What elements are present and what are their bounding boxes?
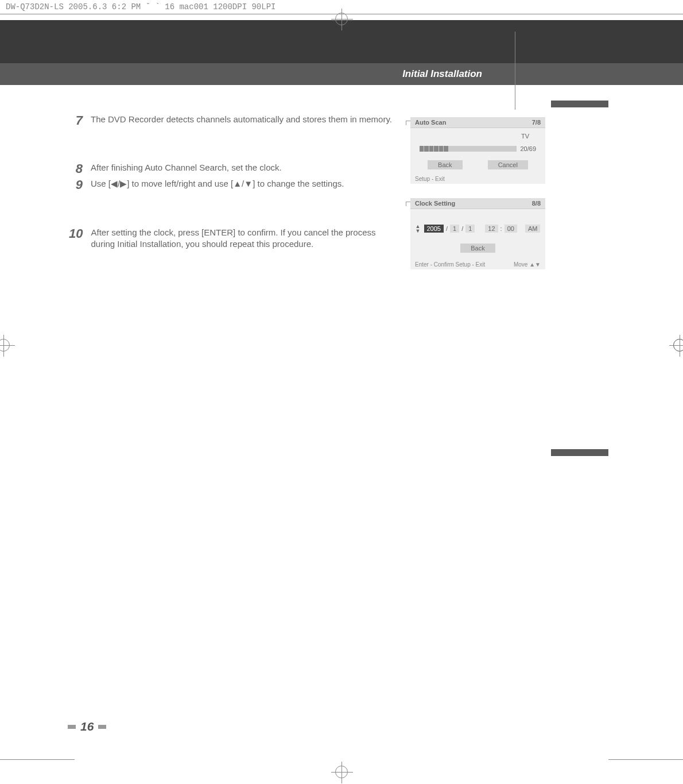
page-number: 16 xyxy=(80,720,94,733)
back-button[interactable]: Back xyxy=(428,160,462,169)
crop-line-right xyxy=(515,32,515,110)
panel-footer: Setup - Exit xyxy=(410,174,545,184)
cancel-button[interactable]: Cancel xyxy=(488,160,528,169)
panel-body: ▲▼ 2005 / 1 / 1 12 : 00 AM Back xyxy=(410,209,545,260)
crop-line xyxy=(608,759,683,760)
step-text: After setting the clock, press [ENTER] t… xyxy=(91,227,389,250)
footer-text: Setup - Exit xyxy=(415,176,445,182)
footer-bar-icon xyxy=(98,725,106,729)
button-row: Back xyxy=(415,245,541,252)
panel-page: 7/8 xyxy=(532,119,541,126)
step-number: 7 xyxy=(69,114,83,128)
panel-title: Auto Scan xyxy=(415,119,446,126)
corner-icon xyxy=(406,202,410,206)
section-title: Initial Installation xyxy=(402,68,482,80)
day-field[interactable]: 1 xyxy=(465,225,475,233)
registration-mark-top xyxy=(335,13,348,25)
header-text: DW-Q73D2N-LS 2005.6.3 6:2 PM ˘ ` 16 mac0… xyxy=(6,2,275,11)
button-row: Back Cancel xyxy=(415,160,541,169)
panel-footer: Enter - Confirm Setup - Exit Move ▲▼ xyxy=(410,260,545,269)
step-number: 8 xyxy=(69,162,83,176)
back-button[interactable]: Back xyxy=(460,244,495,253)
content-area: 7 The DVD Recorder detects channels auto… xyxy=(0,85,683,250)
step-number: 9 xyxy=(69,178,83,192)
registration-mark-left xyxy=(0,339,10,352)
year-field[interactable]: 2005 xyxy=(424,225,444,233)
panel-header: Clock Setting 8/8 xyxy=(410,198,545,209)
page-footer: 16 xyxy=(68,720,106,733)
clock-row: ▲▼ 2005 / 1 / 1 12 : 00 AM xyxy=(415,224,541,233)
separator: / xyxy=(461,225,463,232)
autoscan-panel: Auto Scan 7/8 TV 20/69 Back Cancel Setup… xyxy=(410,117,545,184)
registration-mark-right xyxy=(673,339,683,352)
progress-row: 20/69 xyxy=(415,145,541,152)
section-band: Initial Installation xyxy=(0,63,683,85)
side-accent xyxy=(551,449,608,456)
progress-text: 20/69 xyxy=(520,145,536,152)
clock-panel: Clock Setting 8/8 ▲▼ 2005 / 1 / 1 12 : 0… xyxy=(410,198,545,269)
footer-left: Enter - Confirm Setup - Exit xyxy=(415,261,485,268)
month-field[interactable]: 1 xyxy=(450,225,459,233)
footer-bar-icon xyxy=(68,725,76,729)
tv-label: TV xyxy=(415,133,541,140)
minute-field[interactable]: 00 xyxy=(505,225,517,233)
panel-title: Clock Setting xyxy=(415,200,455,207)
registration-mark-bottom xyxy=(335,766,348,778)
side-accent xyxy=(551,101,608,107)
spinner-arrows-icon[interactable]: ▲▼ xyxy=(416,224,421,233)
separator: / xyxy=(446,225,448,232)
panel-body: TV 20/69 Back Cancel xyxy=(410,128,545,174)
crop-line xyxy=(0,759,75,760)
panel-page: 8/8 xyxy=(532,200,541,207)
ampm-field[interactable]: AM xyxy=(525,225,541,233)
progress-bar xyxy=(420,146,517,152)
corner-icon xyxy=(406,121,410,125)
footer-right: Move ▲▼ xyxy=(514,261,541,268)
separator: : xyxy=(500,225,502,232)
step-number: 10 xyxy=(69,227,83,241)
hour-field[interactable]: 12 xyxy=(485,225,498,233)
panel-header: Auto Scan 7/8 xyxy=(410,117,545,128)
